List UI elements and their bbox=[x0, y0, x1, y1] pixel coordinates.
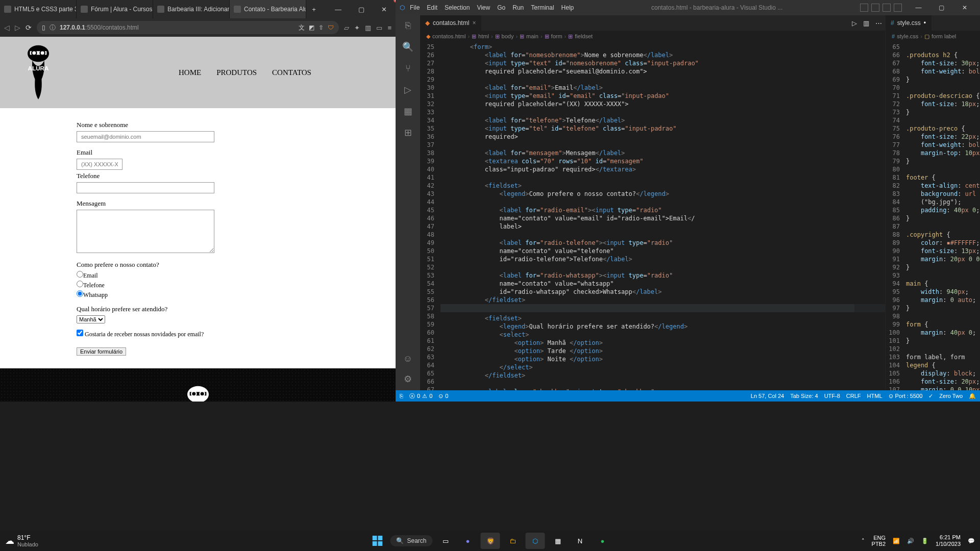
layout-btn[interactable] bbox=[871, 4, 879, 12]
maximize-button[interactable]: ▢ bbox=[930, 0, 953, 17]
reader-icon[interactable]: ◩ bbox=[309, 24, 314, 31]
status-liveport[interactable]: ⊙ Port : 5500 bbox=[889, 393, 923, 399]
new-tab-button[interactable]: + bbox=[306, 0, 322, 18]
status-lang[interactable]: HTML bbox=[867, 393, 883, 399]
maximize-button[interactable]: ▢ bbox=[350, 0, 373, 18]
nav-home[interactable]: HOME bbox=[179, 68, 201, 77]
evernote-icon[interactable]: ● bbox=[593, 533, 612, 549]
notion-icon[interactable]: N bbox=[571, 533, 590, 549]
status-eol[interactable]: CRLF bbox=[846, 393, 861, 399]
editor-area-right[interactable]: 6566676869707172737475767778798081828384… bbox=[886, 42, 980, 390]
menu-file[interactable]: File bbox=[410, 4, 420, 11]
status-port[interactable]: ⊙ 0 bbox=[438, 393, 448, 399]
status-encoding[interactable]: UTF-8 bbox=[824, 393, 840, 399]
explorer-icon[interactable]: 🗀 bbox=[503, 533, 523, 549]
menu-icon[interactable]: ≡ bbox=[387, 24, 391, 32]
browser-tab[interactable]: HTML5 e CSS3 parte 3: trab bbox=[0, 0, 77, 18]
bookmark-icon[interactable]: ▯ bbox=[42, 24, 45, 31]
breadcrumb-left[interactable]: ◆contatos.html› ⊞html› ⊞body› ⊞main› ⊞fo… bbox=[420, 31, 885, 42]
insecure-icon[interactable]: ⓘ bbox=[50, 23, 56, 32]
weather-widget[interactable]: ☁ 81°FNublado bbox=[5, 534, 38, 547]
forward-button[interactable]: ▷ bbox=[15, 23, 20, 32]
menu-view[interactable]: View bbox=[477, 4, 490, 11]
status-theme[interactable]: Zero Two bbox=[939, 393, 963, 399]
status-prettier[interactable]: ✓ bbox=[928, 393, 933, 399]
status-lncol[interactable]: Ln 57, Col 24 bbox=[751, 393, 784, 399]
select-horario[interactable]: Manhã bbox=[77, 315, 105, 323]
reload-button[interactable]: ⟳ bbox=[26, 23, 32, 32]
menu-terminal[interactable]: Terminal bbox=[531, 4, 554, 11]
run-icon[interactable]: ▷ bbox=[849, 19, 860, 27]
clock[interactable]: 6:21 PM1/10/2023 bbox=[936, 534, 961, 547]
code[interactable]: <form> <label for="nomesobrenome">Nome e… bbox=[440, 42, 885, 390]
lang-2[interactable]: PTB2 bbox=[872, 541, 886, 547]
tray-chevron[interactable]: ˄ bbox=[862, 538, 865, 544]
intellij-icon[interactable]: ▦ bbox=[548, 533, 568, 549]
menu-help[interactable]: Help bbox=[561, 4, 574, 11]
teams-icon[interactable]: ● bbox=[458, 533, 478, 549]
status-remote[interactable]: ⎘ bbox=[400, 393, 403, 399]
notifications-icon[interactable]: 💬 bbox=[968, 538, 975, 544]
close-button[interactable]: ✕ bbox=[953, 0, 976, 17]
split-icon[interactable]: ▥ bbox=[860, 19, 872, 27]
sidebar-icon[interactable]: ▥ bbox=[365, 24, 371, 32]
input-nome[interactable] bbox=[77, 131, 214, 142]
input-telefone[interactable] bbox=[77, 182, 214, 193]
input-email[interactable] bbox=[77, 159, 122, 170]
browser-tab-active[interactable]: Contato - Barbearia Alu× bbox=[230, 0, 306, 18]
share-icon[interactable]: ⇧ bbox=[318, 24, 324, 31]
wifi-icon[interactable]: 📶 bbox=[893, 538, 900, 544]
start-button[interactable] bbox=[368, 533, 387, 549]
scm-icon[interactable]: ⑂ bbox=[402, 62, 414, 74]
rewards-icon[interactable]: ▱ bbox=[344, 24, 349, 32]
textarea-mensagem[interactable] bbox=[77, 210, 214, 253]
close-button[interactable]: ✕ bbox=[373, 0, 396, 18]
taskview-icon[interactable]: ▭ bbox=[436, 533, 455, 549]
shield-icon[interactable]: 🛡6 bbox=[328, 24, 334, 31]
menu-go[interactable]: Go bbox=[497, 4, 505, 11]
debug-icon[interactable]: ▷ bbox=[402, 84, 414, 96]
minimize-button[interactable]: — bbox=[327, 0, 350, 18]
translate-icon[interactable]: 文 bbox=[299, 23, 305, 32]
minimap[interactable] bbox=[854, 42, 885, 390]
code[interactable]: .produtos h2 { font-size: 30px; font-wei… bbox=[906, 42, 980, 390]
battery-icon[interactable]: 🔋 bbox=[921, 538, 928, 544]
nav-produtos[interactable]: PRODUTOS bbox=[216, 68, 257, 77]
layout-btn[interactable] bbox=[894, 4, 902, 12]
editor-area-left[interactable]: 2526272829303132333435363738394041424344… bbox=[420, 42, 885, 390]
minimize-button[interactable]: — bbox=[907, 0, 930, 17]
submit-button[interactable]: Enviar formulário bbox=[77, 347, 126, 356]
status-bell[interactable]: 🔔 bbox=[969, 393, 976, 399]
browser-tab[interactable]: Barbearia III: Adicionando n bbox=[153, 0, 230, 18]
search-icon[interactable]: 🔍 bbox=[402, 41, 414, 53]
vscode-taskbar-icon[interactable]: ⬡ bbox=[526, 533, 545, 549]
page-viewport[interactable]: ALURA HOME PRODUTOS CONTATOS Nome e sobr… bbox=[0, 37, 396, 402]
extensions-icon[interactable]: ✦ bbox=[354, 24, 360, 32]
nav-contatos[interactable]: CONTATOS bbox=[272, 68, 311, 77]
layout-btn[interactable] bbox=[860, 4, 868, 12]
gear-icon[interactable]: ⚙ bbox=[402, 373, 414, 385]
close-icon[interactable]: × bbox=[472, 19, 476, 27]
extensions-icon[interactable]: ▦ bbox=[402, 105, 414, 117]
live-icon[interactable]: ⊞ bbox=[402, 127, 414, 139]
radio-whatsapp[interactable] bbox=[77, 290, 83, 297]
more-icon[interactable]: ⋯ bbox=[872, 19, 885, 27]
browser-tab[interactable]: Fórum | Alura - Cursos onlin bbox=[77, 0, 153, 18]
menu-run[interactable]: Run bbox=[512, 4, 524, 11]
menu-selection[interactable]: Selection bbox=[445, 4, 470, 11]
back-button[interactable]: ◁ bbox=[4, 23, 10, 32]
wallet-icon[interactable]: ▭ bbox=[376, 24, 382, 32]
account-icon[interactable]: ☺ bbox=[402, 353, 414, 365]
checkbox-news[interactable] bbox=[77, 330, 83, 336]
editor-tab[interactable]: ◆contatos.html× bbox=[420, 15, 481, 31]
explorer-icon[interactable]: ⎘ bbox=[402, 19, 414, 32]
address-bar[interactable]: ▯ ⓘ 127.0.0.1:5500/contatos.html 文 ◩ ⇧ 🛡… bbox=[37, 21, 339, 34]
volume-icon[interactable]: 🔊 bbox=[907, 538, 914, 544]
search-button[interactable]: 🔍Search bbox=[390, 535, 432, 546]
status-problems[interactable]: ⓧ 0 ⚠ 0 bbox=[409, 392, 432, 400]
radio-telefone[interactable] bbox=[77, 281, 83, 287]
radio-email[interactable] bbox=[77, 271, 83, 278]
breadcrumb-right[interactable]: #style.css› ▢form label bbox=[886, 31, 980, 42]
menu-edit[interactable]: Edit bbox=[427, 4, 437, 11]
lang-1[interactable]: ENG bbox=[872, 535, 886, 541]
